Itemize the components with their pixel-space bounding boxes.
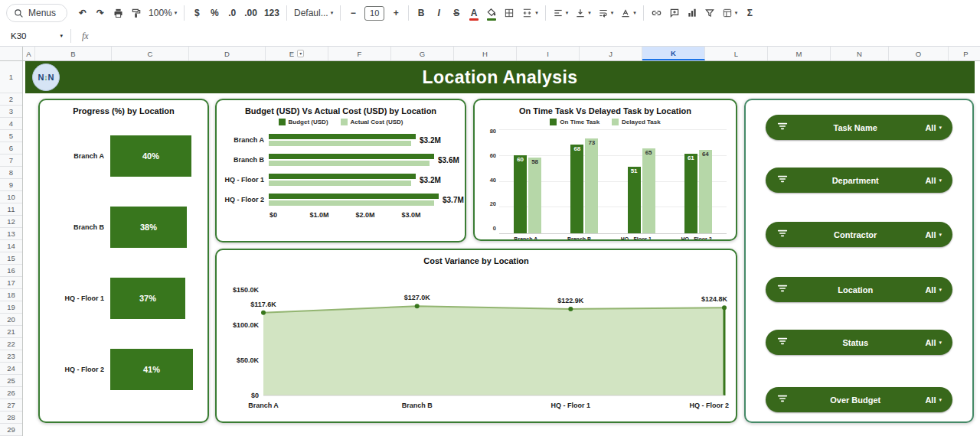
row-header-28[interactable]: 28 [0,412,22,424]
row-header-16[interactable]: 16 [0,265,22,277]
axis-tick-label: $1.0M [309,211,328,219]
column-header-o[interactable]: O [889,47,949,60]
row-header-22[interactable]: 22 [0,338,22,350]
column-letter: C [148,50,153,58]
row-header-14[interactable]: 14 [0,240,22,252]
column-header-m[interactable]: M [768,47,831,60]
fill-color-icon[interactable] [483,4,500,22]
row-header-20[interactable]: 20 [0,314,22,326]
column-header-e[interactable]: E▾ [266,47,328,60]
row-header-23[interactable]: 23 [0,350,22,363]
increase-font-size-button[interactable]: + [387,4,404,22]
insert-link-icon[interactable] [648,4,665,22]
table-views-icon[interactable]: ▾ [719,4,741,22]
row-header-6[interactable]: 6 [0,142,22,155]
functions-button[interactable]: Σ [741,4,758,22]
row-header-4[interactable]: 4 [0,118,22,130]
logo-letter: N [48,73,54,82]
dropdown-icon[interactable]: ▾ [297,50,304,57]
row-header-21[interactable]: 21 [0,326,22,338]
print-icon[interactable] [109,4,127,22]
vertical-align-icon[interactable]: ▾ [572,4,594,22]
row-header-18[interactable]: 18 [0,289,22,301]
font-select[interactable]: Defaul...▾ [291,4,336,22]
row-header-10[interactable]: 10 [0,191,22,203]
row-header-12[interactable]: 12 [0,216,22,228]
row-header-11[interactable]: 11 [0,203,22,216]
borders-icon[interactable] [501,4,518,22]
row-header-25[interactable]: 25 [0,375,22,387]
zoom-select[interactable]: 100%▾ [145,4,180,22]
merge-cells-icon[interactable]: ▾ [518,4,541,22]
create-filter-icon[interactable] [701,4,718,22]
budget-vs-actual-chart-panel[interactable]: Budget (USD) Vs Actual Cost (USD) by Loc… [215,99,466,242]
category-label: HQ - Floor 1 [44,294,110,302]
row-header-2[interactable]: 2 [0,93,22,106]
row-header-29[interactable]: 29 [0,424,22,436]
column-header-k[interactable]: K [642,47,705,60]
filter-department[interactable]: DepartmentAll▾ [766,168,952,193]
column-header-p[interactable]: P [949,47,980,60]
filter-contractor[interactable]: ContractorAll▾ [766,222,952,247]
row-header-17[interactable]: 17 [0,277,22,289]
decrease-decimal-button[interactable]: .0 [224,4,240,22]
filter-status[interactable]: StatusAll▾ [766,330,952,355]
increase-decimal-button[interactable]: .00 [241,4,260,22]
column-header-a[interactable]: A [23,47,35,60]
row-header-8[interactable]: 8 [0,167,22,179]
text-color-button[interactable]: A [466,4,482,22]
column-header-i[interactable]: I [517,47,580,60]
redo-icon[interactable]: ↷ [92,4,109,22]
filter-location[interactable]: LocationAll▾ [766,277,952,302]
bold-button[interactable]: B [413,4,430,22]
row-header-13[interactable]: 13 [0,228,22,240]
undo-icon[interactable]: ↶ [74,4,91,22]
legend-item: Actual Cost (USD) [341,119,403,125]
row-header-3[interactable]: 3 [0,106,22,118]
italic-button[interactable]: I [430,4,447,22]
text-rotation-icon[interactable]: ▾ [617,4,639,22]
column-header-f[interactable]: F [328,47,391,60]
row-header-1[interactable]: 1 [0,61,22,93]
column-header-l[interactable]: L [705,47,768,60]
row-header-27[interactable]: 27 [0,399,22,412]
column-header-j[interactable]: J [580,47,642,60]
strikethrough-button[interactable]: S [448,4,465,22]
row-header-15[interactable]: 15 [0,252,22,265]
name-box[interactable]: K30 ▾ [0,31,70,41]
formula-input[interactable] [100,26,980,46]
currency-format-button[interactable]: $ [188,4,205,22]
filter-task-name[interactable]: Task NameAll▾ [766,115,952,140]
font-size-input[interactable]: 10 [364,6,384,21]
progress-chart-panel[interactable]: Progress (%) by Location Branch A40%Bran… [38,99,209,423]
more-formats-button[interactable]: 123 [261,4,283,22]
row-header-5[interactable]: 5 [0,130,22,142]
column-header-g[interactable]: G [391,47,454,60]
insert-comment-icon[interactable] [666,4,683,22]
column-header-n[interactable]: N [831,47,889,60]
filter-label: Contractor [789,230,922,239]
cost-variance-chart-panel[interactable]: Cost Variance by Location $0$50.0K$100.0… [215,249,737,423]
filter-over-budget[interactable]: Over BudgetAll▾ [766,387,952,412]
row-header-19[interactable]: 19 [0,301,22,314]
insert-comment-icon [669,8,680,18]
ontime-vs-delayed-chart-panel[interactable]: On Time Task Vs Delayed Task by Location… [473,99,737,241]
column-header-c[interactable]: C [112,47,189,60]
row-header-24[interactable]: 24 [0,363,22,375]
budget-chart-plot: Branch A$3.2MBranch B$3.6MHQ - Floor 1$3… [217,125,465,221]
column-header-d[interactable]: D [189,47,266,60]
column-header-h[interactable]: H [454,47,517,60]
paint-format-icon[interactable] [128,4,145,22]
menus-button[interactable]: Menus [6,4,67,22]
insert-chart-icon[interactable] [684,4,701,22]
toolbar-divider [643,5,644,21]
row-header-9[interactable]: 9 [0,179,22,191]
row-header-26[interactable]: 26 [0,387,22,399]
text-wrap-icon[interactable]: ▾ [595,4,617,22]
row-header-7[interactable]: 7 [0,155,22,167]
percent-format-button[interactable]: % [206,4,223,22]
horizontal-align-icon[interactable]: ▾ [550,4,572,22]
decrease-font-size-button[interactable]: − [345,4,361,22]
column-header-b[interactable]: B [35,47,112,60]
select-all-corner[interactable] [0,47,23,61]
